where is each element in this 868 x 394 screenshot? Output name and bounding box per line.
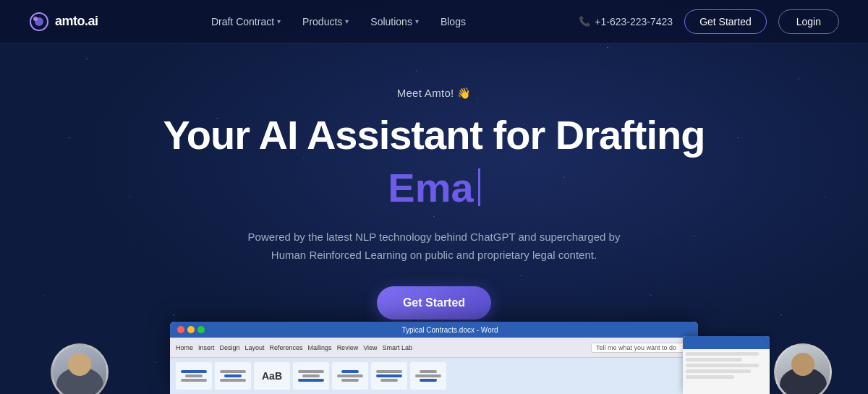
person-right [776,346,830,394]
amto-logo-icon [29,12,49,32]
style-block-1 [176,362,212,390]
sidebar-panel-header [683,336,770,349]
get-started-hero-button[interactable]: Get Started [377,286,491,320]
person-left [53,346,106,394]
hero-title-line1: Your AI Assistant for Drafting [163,113,705,158]
style-block-6 [371,362,407,390]
nav-solutions[interactable]: Solutions ▾ [362,12,427,32]
style-block-4 [293,362,329,390]
word-titlebar: Typical Contracts.docx - Word [170,322,698,338]
style-block-5 [332,362,368,390]
sidebar-line-1 [686,352,759,356]
tab-view[interactable]: View [363,344,377,351]
style-block-3: AaB [254,362,290,390]
nav-actions: 📞 +1-623-223-7423 Get Started Login [579,9,839,34]
cursor-blink [478,168,480,206]
get-started-nav-button[interactable]: Get Started [684,9,767,34]
sidebar-panel [683,336,770,394]
word-ribbon: AaB [170,358,698,394]
hero-description: Powered by the latest NLP technology beh… [239,228,629,265]
avatar-right [774,343,832,394]
nav-draft-contract[interactable]: Draft Contract ▾ [203,12,289,32]
tab-references[interactable]: References [270,344,303,351]
tab-layout[interactable]: Layout [245,344,265,351]
tab-review[interactable]: Review [337,344,359,351]
chevron-down-icon: ▾ [345,17,349,25]
hero-section: Meet Amto! 👋 Your AI Assistant for Draft… [0,43,868,359]
avatar-left [51,343,109,394]
phone-number: +1-623-223-7423 [595,16,673,27]
sidebar-line-5 [686,375,734,379]
maximize-dot[interactable] [197,326,205,333]
nav-links: Draft Contract ▾ Products ▾ Solutions ▾ … [203,12,475,32]
sidebar-line-4 [686,369,751,373]
style-block-7 [410,362,446,390]
tab-insert[interactable]: Insert [198,344,215,351]
word-doc-preview: Typical Contracts.docx - Word Home Inser… [170,322,698,394]
navbar: amto.ai Draft Contract ▾ Products ▾ Solu… [0,0,868,43]
tab-home[interactable]: Home [176,344,193,351]
window-controls [177,326,205,333]
svg-point-2 [33,17,38,21]
close-dot[interactable] [177,326,184,333]
phone-icon: 📞 [579,16,590,27]
word-toolbar: Home Insert Design Layout References Mai… [170,338,698,358]
search-box[interactable]: Tell me what you want to do [591,343,692,353]
logo[interactable]: amto.ai [29,12,98,32]
sidebar-panel-body [683,349,770,382]
sidebar-line-3 [686,364,759,367]
eyebrow-text: Meet Amto! 👋 [397,87,472,100]
logo-text: amto.ai [55,14,98,29]
nav-blogs[interactable]: Blogs [432,12,475,32]
minimize-dot[interactable] [187,326,195,333]
login-button[interactable]: Login [778,9,839,34]
tab-mailings[interactable]: Mailings [308,344,332,351]
sidebar-line-2 [686,358,742,361]
tab-design[interactable]: Design [220,344,240,351]
style-block-2 [215,362,251,390]
chevron-down-icon: ▾ [277,17,281,25]
nav-products[interactable]: Products ▾ [294,12,357,32]
phone-link[interactable]: 📞 +1-623-223-7423 [579,16,673,27]
chevron-down-icon: ▾ [415,17,419,25]
hero-title-line2: Ema [388,163,480,212]
word-title: Typical Contracts.docx - Word [209,326,691,334]
tab-smartlab[interactable]: Smart Lab [383,344,413,351]
